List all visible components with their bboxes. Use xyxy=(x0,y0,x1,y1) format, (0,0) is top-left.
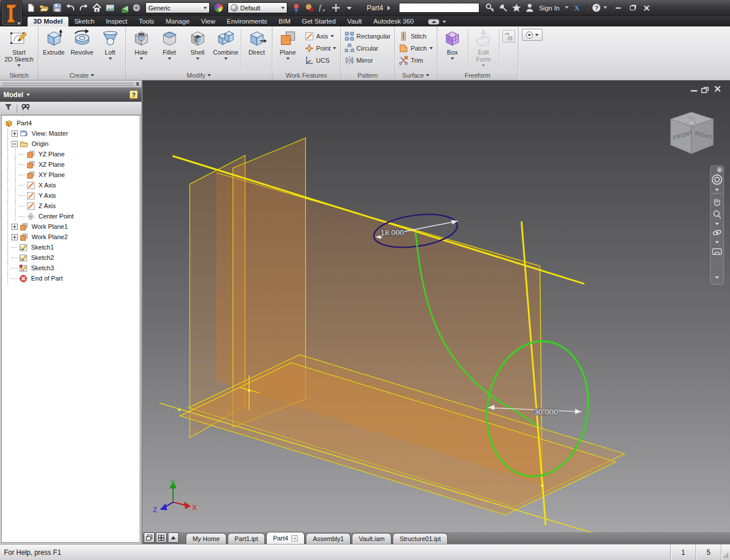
tree-item-part4[interactable]: Part4 xyxy=(4,118,140,128)
resize-grip[interactable] xyxy=(721,544,730,560)
ribbon-tab-autodesk-360[interactable]: Autodesk 360 xyxy=(367,17,419,26)
tree-item-yz-plane[interactable]: YZ Plane xyxy=(4,149,140,159)
tree-item-z-axis[interactable]: Z Axis xyxy=(4,201,140,211)
tree-item-y-axis[interactable]: Y Axis xyxy=(4,190,140,201)
fillet-button[interactable]: Fillet xyxy=(155,28,183,70)
panel-label-sketch[interactable]: Sketch xyxy=(0,70,38,80)
tree-item-x-axis[interactable]: X Axis xyxy=(4,180,140,190)
plane-button[interactable]: Plane xyxy=(274,28,302,70)
panel-label-work-features[interactable]: Work Features xyxy=(272,70,340,80)
document-tab-structure01-ipt[interactable]: Structure01.ipt xyxy=(393,533,448,544)
tree-item-xz-plane[interactable]: XZ Plane xyxy=(4,159,140,170)
ucs-button[interactable]: UCS xyxy=(303,55,338,66)
loft-button[interactable]: Loft xyxy=(96,28,124,70)
box-button[interactable]: Box xyxy=(439,28,467,70)
revolve-button[interactable]: Revolve xyxy=(68,28,96,70)
expand-expander-icon[interactable] xyxy=(11,232,18,242)
ribbon-tab-environments[interactable]: Environments xyxy=(221,17,273,26)
start-2d-sketch-button[interactable]: Start2D Sketch xyxy=(1,28,37,70)
point-button[interactable]: Point xyxy=(303,43,338,53)
trim-button[interactable]: Trim xyxy=(397,55,434,66)
home-button[interactable] xyxy=(90,2,103,14)
panel-label-modify[interactable]: Modify xyxy=(126,70,272,80)
ribbon-display-toggle[interactable] xyxy=(428,18,446,25)
parameters-fx-button[interactable]: fx xyxy=(316,2,329,14)
panel-label-create[interactable]: Create xyxy=(39,70,125,80)
panel-label-freeform[interactable]: Freeform xyxy=(437,70,518,80)
communication-center-button[interactable] xyxy=(497,2,510,14)
rectangular-button[interactable]: Rectangular xyxy=(343,30,392,41)
browser-help-icon[interactable]: ? xyxy=(129,90,138,99)
keyword-search-button[interactable] xyxy=(483,2,497,14)
extrude-button[interactable]: Extrude xyxy=(40,28,68,70)
appearance-clear-button[interactable] xyxy=(303,2,316,14)
tree-item-view-master[interactable]: View: Master xyxy=(4,128,140,139)
expand-more-button[interactable] xyxy=(343,2,356,14)
ribbon-tab-get-started[interactable]: Get Started xyxy=(296,17,341,26)
tree-item-center-point[interactable]: Center Point xyxy=(4,211,140,221)
undo-button[interactable] xyxy=(64,2,77,14)
favorites-button[interactable] xyxy=(510,2,523,14)
redo-button[interactable] xyxy=(77,2,90,14)
panel-label-pattern[interactable]: Pattern xyxy=(341,70,394,80)
adjust-appearance-button[interactable] xyxy=(130,2,143,14)
ribbon-tab-vault[interactable]: Vault xyxy=(341,17,367,26)
find-button[interactable] xyxy=(21,103,30,114)
appearance-filter-button[interactable] xyxy=(290,2,303,14)
add-button[interactable] xyxy=(329,2,343,14)
tab-scroll-up-button[interactable] xyxy=(168,532,179,543)
stitch-button[interactable]: Stitch xyxy=(397,30,434,41)
filter-button[interactable] xyxy=(4,103,13,114)
tile-windows-button[interactable] xyxy=(156,532,167,543)
help-button[interactable]: ? xyxy=(590,2,603,14)
document-tab-part1-ipt[interactable]: Part1.ipt xyxy=(228,533,265,544)
ribbon-tab-view[interactable]: View xyxy=(195,17,221,26)
appearance-combo[interactable]: Default xyxy=(228,2,287,13)
tree-item-end-of-part[interactable]: End of Part xyxy=(4,273,140,283)
document-tab-part4[interactable]: Part4× xyxy=(266,532,305,544)
circular-button[interactable]: Circular xyxy=(343,43,392,53)
cascade-windows-button[interactable] xyxy=(144,532,155,543)
document-tab-vault-iam[interactable]: Vault.iam xyxy=(352,533,391,544)
ribbon-tab-inspect[interactable]: Inspect xyxy=(100,17,133,26)
exchange-apps-button[interactable]: X xyxy=(571,2,585,14)
convert-freeform-button[interactable] xyxy=(502,30,515,43)
new-file-button[interactable] xyxy=(24,2,37,14)
view-cube[interactable]: FRONT RIGHT TOP xyxy=(671,112,713,154)
application-menu-button[interactable] xyxy=(1,1,22,26)
save-button[interactable] xyxy=(51,2,64,14)
ribbon-tab-bim[interactable]: BIM xyxy=(273,17,296,26)
help-chevron-icon[interactable] xyxy=(604,6,607,10)
tree-item-xy-plane[interactable]: XY Plane xyxy=(4,170,140,180)
panel-label-surface[interactable]: Surface xyxy=(395,70,436,80)
document-tab-my-home[interactable]: My Home xyxy=(186,533,226,544)
tree-item-sketch2[interactable]: Sketch2 xyxy=(4,252,140,263)
signin-chevron-icon[interactable] xyxy=(565,6,568,10)
tree-item-work-plane1[interactable]: Work Plane1 xyxy=(4,221,140,232)
minimize-button[interactable] xyxy=(611,2,625,14)
browser-header[interactable]: Model ? xyxy=(0,87,141,102)
ribbon-collapse-button[interactable] xyxy=(522,29,543,41)
material-combo[interactable]: Generic xyxy=(145,2,210,13)
restore-button[interactable] xyxy=(625,2,640,14)
sign-in-label[interactable]: Sign In xyxy=(539,5,560,11)
mirror-button[interactable]: Mirror xyxy=(343,55,392,66)
search-input[interactable] xyxy=(399,3,479,13)
axis-button[interactable]: Axis xyxy=(303,30,338,41)
shell-button[interactable]: Shell xyxy=(183,28,212,70)
ribbon-tab-tools[interactable]: Tools xyxy=(133,17,160,26)
tree-item-origin[interactable]: Origin xyxy=(4,139,140,149)
direct-button[interactable]: Direct xyxy=(243,28,271,70)
ribbon-tab-3d-model[interactable]: 3D Model xyxy=(28,17,68,26)
color-wheel-button[interactable] xyxy=(212,2,225,14)
tab-close-icon[interactable]: × xyxy=(291,535,298,542)
combine-button[interactable]: Combine xyxy=(212,28,240,70)
ribbon-tab-manage[interactable]: Manage xyxy=(160,17,195,26)
open-file-button[interactable] xyxy=(37,2,51,14)
tree-item-sketch3[interactable]: Sketch3 xyxy=(4,263,140,273)
collapse-expander-icon[interactable] xyxy=(11,139,18,149)
material-browser-button[interactable] xyxy=(117,2,130,14)
navbar-close-icon[interactable] xyxy=(717,167,722,172)
browser-close-icon[interactable]: x xyxy=(136,81,139,87)
viewport-canvas[interactable]: 18.000 30.000 Y xyxy=(143,80,730,531)
